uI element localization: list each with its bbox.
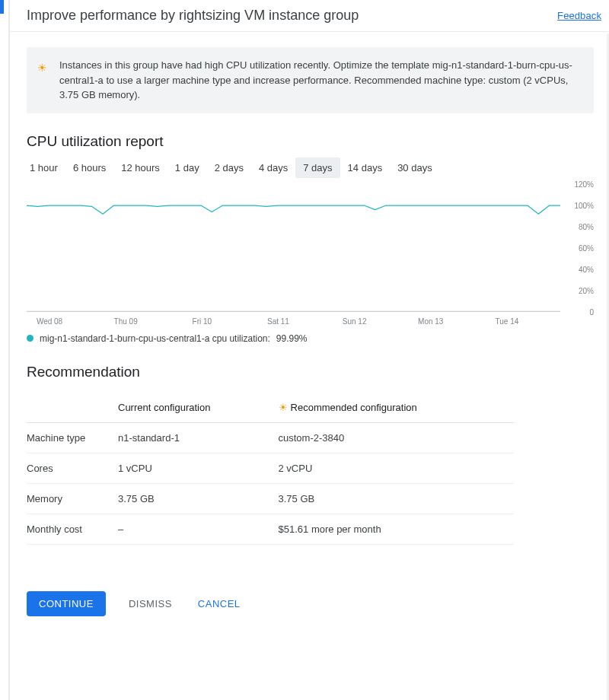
side-panel: Improve performance by rightsizing VM in… <box>9 0 609 700</box>
x-axis-tick-label: Mon 13 <box>418 317 443 326</box>
x-axis-tick-label: Fri 10 <box>193 317 212 326</box>
time-range-option[interactable]: 12 hours <box>113 158 167 178</box>
table-header-blank <box>27 394 118 423</box>
panel-title: Improve performance by rightsizing VM in… <box>27 8 359 24</box>
time-range-option[interactable]: 2 days <box>207 158 251 178</box>
row-recommended: 3.75 GB <box>279 483 514 514</box>
time-range-option[interactable]: 1 hour <box>22 158 65 178</box>
legend-color-swatch <box>27 335 33 342</box>
x-axis-tick-label: Tue 14 <box>496 317 519 326</box>
row-recommended: 2 vCPU <box>279 453 514 483</box>
lightbulb-icon: ☀ <box>37 58 47 73</box>
y-axis-tick-label: 120% <box>574 180 594 188</box>
time-range-option[interactable]: 6 hours <box>65 158 113 178</box>
time-range-selector: 1 hour6 hours12 hours1 day2 days4 days7 … <box>22 158 594 178</box>
row-label: Cores <box>27 453 118 483</box>
recommendation-banner: ☀ Instances in this group have had high … <box>27 47 594 113</box>
recommendation-table: Current configuration ☀Recommended confi… <box>27 394 514 545</box>
x-axis-tick-label: Thu 09 <box>114 317 138 326</box>
chart-x-axis-labels: Wed 08Thu 09Fri 10Sat 11Sun 12Mon 13Tue … <box>27 313 560 329</box>
recommendation-heading: Recommendation <box>27 364 594 380</box>
action-bar: CONTINUE DISMISS CANCEL <box>27 591 244 616</box>
y-axis-tick-label: 20% <box>579 286 594 294</box>
x-axis-tick-label: Wed 08 <box>37 317 62 326</box>
row-current: 3.75 GB <box>118 483 279 514</box>
panel-content: ☀ Instances in this group have had high … <box>10 32 609 545</box>
y-axis-tick-label: 80% <box>579 222 594 231</box>
time-range-option[interactable]: 7 days <box>295 158 340 178</box>
chart-legend: mig-n1-standard-1-burn-cpu-us-central1-a… <box>27 333 594 344</box>
y-axis-tick-label: 0 <box>589 307 594 316</box>
row-recommended: $51.61 more per month <box>279 514 514 544</box>
lightbulb-icon: ☀ <box>279 402 288 413</box>
table-header-current: Current configuration <box>118 394 279 423</box>
x-axis-tick-label: Sat 11 <box>267 317 289 326</box>
x-axis-tick-label: Sun 12 <box>343 317 367 326</box>
report-heading: CPU utilization report <box>27 133 594 150</box>
y-axis-tick-label: 100% <box>574 201 594 209</box>
table-header-recommended-label: Recommended configuration <box>291 402 417 413</box>
row-current: 1 vCPU <box>118 453 279 483</box>
recommendation-section: Current configuration ☀Recommended confi… <box>27 394 594 545</box>
background-page-sliver <box>0 0 9 700</box>
legend-series-value: 99.99% <box>276 333 308 344</box>
gcp-blue-accent <box>0 0 4 14</box>
y-axis-tick-label: 40% <box>579 265 594 273</box>
time-range-option[interactable]: 14 days <box>340 158 391 178</box>
legend-series-name: mig-n1-standard-1-burn-cpu-us-central1-a… <box>40 333 270 344</box>
table-row: Machine typen1-standard-1custom-2-3840 <box>27 422 514 453</box>
table-row: Memory3.75 GB3.75 GB <box>27 483 514 514</box>
time-range-option[interactable]: 1 day <box>167 158 207 178</box>
table-row: Cores1 vCPU2 vCPU <box>27 453 514 483</box>
time-range-option[interactable]: 30 days <box>390 158 440 178</box>
continue-button[interactable]: CONTINUE <box>27 591 106 616</box>
feedback-link[interactable]: Feedback <box>557 10 601 21</box>
chart-series-line <box>27 205 560 214</box>
dismiss-button[interactable]: DISMISS <box>126 591 175 616</box>
cancel-button[interactable]: CANCEL <box>195 591 244 616</box>
row-current: n1-standard-1 <box>118 422 279 453</box>
row-label: Monthly cost <box>27 514 118 544</box>
row-label: Memory <box>27 483 118 514</box>
cpu-utilization-chart: 020%40%60%80%100%120% Wed 08Thu 09Fri 10… <box>27 184 594 329</box>
banner-text: Instances in this group have had high CP… <box>59 58 582 103</box>
chart-y-axis: 020%40%60%80%100%120% <box>563 184 594 312</box>
row-recommended: custom-2-3840 <box>279 422 514 453</box>
table-row: Monthly cost–$51.61 more per month <box>27 514 514 544</box>
table-header-recommended: ☀Recommended configuration <box>279 394 514 423</box>
page-root: Improve performance by rightsizing VM in… <box>0 0 609 700</box>
y-axis-tick-label: 60% <box>579 243 594 252</box>
row-label: Machine type <box>27 422 118 453</box>
table-header-row: Current configuration ☀Recommended confi… <box>27 394 514 423</box>
time-range-option[interactable]: 4 days <box>251 158 295 178</box>
chart-plot-area <box>27 184 560 312</box>
row-current: – <box>118 514 279 544</box>
panel-titlebar: Improve performance by rightsizing VM in… <box>10 0 609 32</box>
